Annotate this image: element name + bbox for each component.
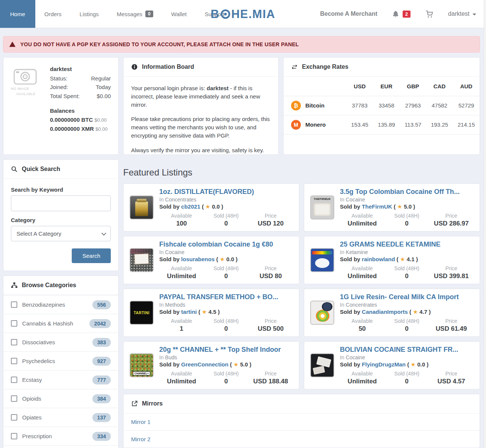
category-checkbox[interactable] <box>11 377 17 383</box>
listing-thumbnail[interactable] <box>310 248 334 272</box>
info-paragraph-1: Your personal login phrase is: darktest … <box>131 84 271 109</box>
listing-vendor-line: Sold by rainbowland ( ★ 4.1 ) <box>340 256 474 263</box>
brand-pre: B <box>211 8 220 21</box>
category-count-badge: 927 <box>92 357 111 366</box>
listing-thumbnail[interactable]: THEFIRMUK THEFIRMUK THEFIRMUK <box>310 195 334 219</box>
category-checkbox[interactable] <box>11 414 17 421</box>
listing-thumbnail[interactable] <box>130 195 154 219</box>
available-label: Available <box>340 213 385 219</box>
category-row[interactable] <box>3 445 118 448</box>
mirror-link[interactable]: Mirror 1 <box>124 413 480 430</box>
category-row[interactable]: Ecstasy 777 <box>3 370 118 389</box>
category-count-badge: 137 <box>92 413 111 422</box>
brand-logo[interactable]: B HE.MIA <box>211 0 275 28</box>
become-merchant-link[interactable]: Become A Merchant <box>320 11 377 17</box>
category-row[interactable]: Benzodiazepines 556 <box>3 295 118 314</box>
balance-row: 0.00000000 XMR $0.00 <box>50 124 111 133</box>
search-button[interactable]: Search <box>72 248 111 263</box>
profile-row-label: Total Spent: <box>50 92 80 100</box>
coin-name: Monero <box>305 121 326 128</box>
price-value: USD 4.57 <box>429 378 474 385</box>
listing-thumbnail[interactable]: CHANNEL+ CHANNEL+ CHANNEL+ <box>130 353 154 377</box>
notifications-button[interactable]: 2 <box>392 10 411 18</box>
category-checkbox[interactable] <box>11 339 17 345</box>
listing-thumbnail[interactable] <box>310 353 334 377</box>
cart-button[interactable] <box>425 9 434 18</box>
sold-label: Sold (48H) <box>385 371 429 377</box>
info-paragraph-2: Please take precautions prior to placing… <box>131 115 271 139</box>
rate-usd: 37783 <box>346 96 373 115</box>
category-row[interactable]: Psychedelics 927 <box>3 351 118 370</box>
listing-title-link[interactable]: 1G Live Resin- Cereal Milk CA Import <box>340 293 474 301</box>
rate-gbp: 113.57 <box>400 115 426 134</box>
information-board-card: Information Board Your personal login ph… <box>123 57 279 155</box>
vendor-rating: 0.0 <box>226 256 234 262</box>
listing-card: BOLIVIAN COCAINE STRAIGHT FR... In Cocai… <box>304 341 480 389</box>
warning-triangle-icon <box>9 41 16 48</box>
category-row[interactable]: Cannabis & Hashish 2042 <box>3 314 118 333</box>
star-icon: ★ <box>202 309 207 315</box>
listing-title-link[interactable]: PAYPAL TRANSFER METHOD + BO... <box>159 293 293 301</box>
category-select[interactable]: Select A Category <box>11 226 111 241</box>
coin-icon: M <box>291 120 301 130</box>
nav-item[interactable]: Home <box>0 0 35 28</box>
vendor-link[interactable]: FlyingDrugzMan <box>362 361 406 368</box>
search-icon <box>11 166 18 173</box>
exchange-rates-card: Exchange Rates USD EUR GBP CAD AUD <box>283 57 480 155</box>
listing-title-link[interactable]: 25 GRAMS NEEDLE KETAMINE <box>340 241 474 248</box>
available-label: Available <box>340 265 385 271</box>
vendor-link[interactable]: GreenConnection <box>181 361 228 368</box>
nav-item-label: Orders <box>44 11 62 17</box>
category-checkbox[interactable] <box>11 358 17 364</box>
vendor-link[interactable]: cb2021 <box>181 203 200 210</box>
sold-value: 0 <box>385 220 429 227</box>
scrollbar[interactable] <box>484 0 486 448</box>
chevron-down-icon <box>472 14 476 15</box>
brand-o-icon <box>220 9 231 19</box>
price-value: USD 286.97 <box>429 220 474 227</box>
listing-category: In Cocaine <box>340 354 474 360</box>
sold-label: Sold (48H) <box>385 265 429 271</box>
category-checkbox[interactable] <box>11 301 17 308</box>
pgp-warning-text: YOU DO NOT HAVE A PGP KEY ASSIGNED TO YO… <box>20 41 299 47</box>
user-menu[interactable]: darktest <box>448 11 476 17</box>
nav-item[interactable]: Wallet <box>162 0 196 28</box>
category-checkbox[interactable] <box>11 395 17 402</box>
category-count-badge: 334 <box>92 432 111 441</box>
vendor-link[interactable]: CanadianImports <box>362 309 408 315</box>
nav-item[interactable]: Orders <box>35 0 71 28</box>
keyword-input[interactable] <box>11 195 111 211</box>
vendor-link[interactable]: tartini <box>181 309 197 315</box>
category-row[interactable]: Prescription 334 <box>3 427 118 445</box>
category-checkbox[interactable] <box>11 320 17 327</box>
category-row[interactable]: Dissociatives 383 <box>3 333 118 351</box>
listing-title-link[interactable]: Fishcale colombian Cocaine 1g €80 <box>159 241 293 248</box>
nav-item[interactable]: Listings <box>71 0 108 28</box>
vendor-link[interactable]: rainbowland <box>362 256 395 262</box>
info-icon <box>131 64 138 70</box>
listing-title-link[interactable]: BOLIVIAN COCAINE STRAIGHT FR... <box>340 346 474 354</box>
sold-value: 0 <box>204 325 249 333</box>
category-count-badge: 2042 <box>89 319 111 328</box>
vendor-link[interactable]: TheFirmUK <box>362 203 392 210</box>
username-label: darktest <box>448 11 469 17</box>
listing-thumbnail[interactable] <box>310 301 334 325</box>
listing-thumbnail[interactable]: TARTINI TARTINI TARTINI <box>130 301 154 325</box>
nav-item[interactable]: Messages 0 <box>108 0 162 28</box>
listing-title-link[interactable]: 1oz. DISTILLATE(FLAVORED) <box>159 188 293 196</box>
bell-icon <box>392 10 400 18</box>
listing-category: In Cocaine <box>159 249 293 255</box>
category-row[interactable]: Opiates 137 <box>3 408 118 427</box>
listing-thumbnail[interactable] <box>130 248 154 272</box>
nav-right: Become A Merchant 2 darktest <box>320 0 486 28</box>
star-icon: ★ <box>205 203 210 210</box>
vendor-link[interactable]: losurabenos <box>181 256 214 262</box>
mirror-link[interactable]: Mirror 2 <box>124 430 480 448</box>
listing-title-link[interactable]: 3.5g Top Colombian Cocaine Off Th... <box>340 188 474 196</box>
category-row[interactable]: Opioids 384 <box>3 389 118 408</box>
category-checkbox[interactable] <box>11 433 17 439</box>
available-value: Unlimited <box>159 378 204 385</box>
nav-item-label: Listings <box>80 11 99 17</box>
listing-title-link[interactable]: 20g ** CHANNEL + ** Top Shelf Indoor <box>159 346 293 354</box>
rate-eur: 33458 <box>373 96 400 115</box>
